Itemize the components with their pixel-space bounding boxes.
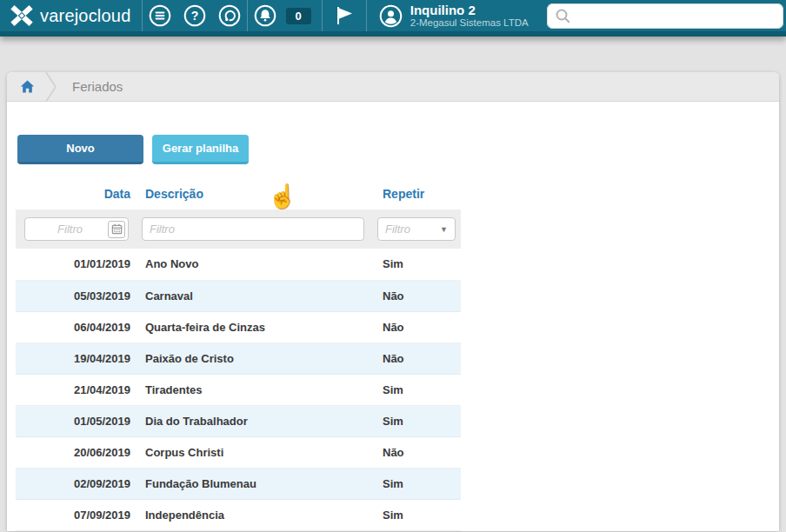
column-header-date[interactable]: Data — [16, 182, 137, 209]
cell-date: 06/04/2019 — [16, 311, 137, 342]
table-header-row: Data Descrição Repetir — [16, 182, 461, 209]
cell-date: 02/09/2019 — [16, 468, 137, 499]
calendar-button[interactable] — [108, 221, 125, 238]
separator — [366, 0, 367, 31]
top-bar: varejocloud ? 0 — [0, 0, 786, 37]
table-row[interactable]: 05/03/2019 Carnaval Não — [16, 280, 461, 311]
separator — [247, 0, 248, 31]
cell-repeat: Não — [374, 342, 461, 374]
notification-count-badge: 0 — [286, 8, 311, 24]
page-background: Feriados Novo Gerar planilha Data Descri… — [0, 37, 786, 531]
varejocloud-logo[interactable]: varejocloud — [9, 3, 131, 28]
chevron-right-icon — [44, 72, 58, 102]
cell-date: 19/04/2019 — [16, 342, 137, 374]
date-filter-input[interactable] — [25, 218, 108, 240]
table-row[interactable]: 07/09/2019 Independência Sim — [16, 499, 461, 530]
page-title: Feriados — [72, 79, 123, 94]
cell-description: Dia do Trabalhador — [137, 405, 374, 436]
cell-date: 01/05/2019 — [16, 405, 137, 436]
user-name: Inquilino 2 — [410, 3, 529, 17]
table-row[interactable]: 02/09/2019 Fundação Blumenau Sim — [16, 468, 461, 499]
logo-x-icon — [9, 3, 35, 28]
cell-date: 20/06/2019 — [16, 436, 137, 468]
cell-description: Tiradentes — [137, 374, 374, 405]
breadcrumb-home[interactable] — [20, 80, 35, 93]
user-company: 2-Megasul Sistemas LTDA — [410, 17, 529, 29]
user-avatar-icon — [379, 4, 403, 28]
table-row[interactable]: 21/04/2019 Tiradentes Sim — [16, 374, 461, 405]
date-filter — [24, 217, 129, 241]
cell-date: 07/09/2019 — [16, 499, 137, 530]
cell-date: 05/03/2019 — [16, 280, 137, 311]
cell-date: 01/01/2019 — [16, 249, 137, 280]
column-header-description[interactable]: Descrição — [137, 182, 374, 209]
cell-repeat: Sim — [374, 468, 461, 499]
breadcrumb: Feriados — [7, 72, 779, 102]
table-row[interactable]: 19/04/2019 Paixão de Cristo Não — [16, 342, 461, 374]
search-icon — [555, 8, 570, 23]
cell-repeat: Sim — [374, 499, 461, 530]
support-headset-icon[interactable] — [218, 4, 241, 27]
generate-spreadsheet-button[interactable]: Gerar planilha — [152, 135, 249, 164]
calendar-icon — [111, 223, 123, 235]
holidays-table-body: 01/01/2019 Ano Novo Sim 05/03/2019 Carna… — [16, 249, 461, 530]
cell-description: Ano Novo — [137, 249, 374, 280]
table-row[interactable]: 06/04/2019 Quarta-feira de Cinzas Não — [16, 311, 461, 342]
new-button[interactable]: Novo — [17, 135, 143, 164]
cell-repeat: Não — [374, 311, 461, 342]
flag-icon[interactable] — [333, 4, 356, 27]
filter-row: ▼ — [16, 209, 461, 249]
separator — [322, 0, 323, 31]
table-row[interactable]: 20/06/2019 Corpus Christi Não — [16, 436, 461, 468]
cell-repeat: Sim — [374, 249, 461, 280]
cell-date: 21/04/2019 — [16, 374, 137, 405]
logo-text: varejocloud — [40, 6, 131, 26]
cell-description: Quarta-feira de Cinzas — [137, 311, 374, 342]
svg-text:?: ? — [190, 9, 198, 23]
description-filter — [142, 217, 364, 241]
cell-description: Corpus Christi — [137, 436, 374, 468]
repeat-filter-input[interactable] — [378, 218, 440, 240]
notifications-bell-icon[interactable] — [254, 4, 276, 27]
cell-description: Fundação Blumenau — [137, 468, 374, 499]
cell-repeat: Não — [374, 280, 461, 311]
cell-repeat: Sim — [374, 405, 461, 436]
cell-description: Carnaval — [137, 280, 374, 311]
description-filter-input[interactable] — [143, 218, 363, 240]
toolbar: Novo Gerar planilha — [7, 102, 779, 164]
global-search — [547, 3, 783, 29]
user-menu[interactable]: Inquilino 2 2-Megasul Sistemas LTDA — [379, 3, 529, 29]
cell-description: Independência — [137, 499, 374, 530]
home-icon — [20, 80, 35, 93]
holidays-table: Data Descrição Repetir — [16, 182, 461, 531]
table-row[interactable]: 01/05/2019 Dia do Trabalhador Sim — [16, 405, 461, 436]
separator — [142, 0, 143, 31]
cell-description: Paixão de Cristo — [137, 342, 374, 374]
content-card: Feriados Novo Gerar planilha Data Descri… — [7, 72, 779, 531]
column-header-repeat[interactable]: Repetir — [374, 182, 461, 209]
cell-repeat: Sim — [374, 374, 461, 405]
dropdown-arrow-icon: ▼ — [440, 225, 448, 234]
menu-icon[interactable] — [149, 4, 171, 27]
table-row[interactable]: 01/01/2019 Ano Novo Sim — [16, 249, 461, 280]
cell-repeat: Não — [374, 436, 461, 468]
help-icon[interactable]: ? — [183, 4, 206, 27]
repeat-filter-select[interactable]: ▼ — [377, 217, 456, 241]
global-search-input[interactable] — [570, 10, 783, 23]
